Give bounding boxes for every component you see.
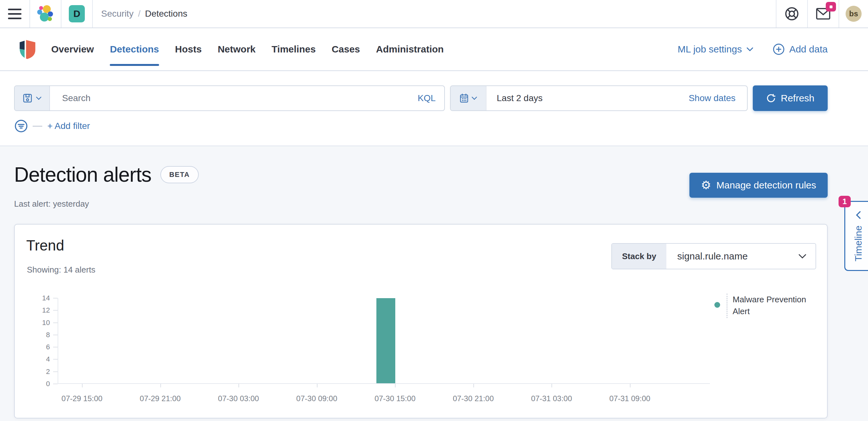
x-tick-label: 07-29 21:00 (140, 394, 181, 403)
breadcrumb-separator: / (138, 9, 141, 19)
x-tick-label: 07-29 15:00 (61, 394, 102, 403)
refresh-button[interactable]: Refresh (753, 86, 828, 111)
x-tick-label: 07-30 03:00 (218, 394, 259, 403)
x-tick-label: 07-31 09:00 (610, 394, 650, 403)
notification-badge (826, 2, 836, 11)
y-tick: 4 (28, 355, 58, 363)
manage-detection-rules-button[interactable]: ⚙ Manage detection rules (689, 173, 828, 198)
tab-timelines[interactable]: Timelines (272, 28, 316, 70)
filter-icon[interactable] (14, 119, 28, 133)
saved-query-button[interactable] (15, 86, 50, 110)
space-selector[interactable]: D (61, 0, 92, 28)
add-filter-button[interactable]: + Add filter (48, 121, 90, 131)
refresh-icon (766, 93, 776, 103)
newsfeed-button[interactable] (808, 0, 839, 28)
timeline-flyout-tab[interactable]: Timeline (844, 201, 868, 271)
help-button[interactable] (776, 0, 807, 28)
tab-network[interactable]: Network (218, 28, 255, 70)
y-tick: 12 (28, 306, 58, 315)
trend-panel: Trend Showing: 14 alerts Stack by signal… (14, 224, 828, 418)
chevron-down-icon (471, 96, 477, 100)
security-app-logo (18, 39, 36, 60)
tab-administration[interactable]: Administration (376, 28, 444, 70)
stack-by-select[interactable]: signal.rule.name (666, 244, 815, 269)
space-badge: D (69, 5, 85, 22)
tab-overview[interactable]: Overview (51, 28, 94, 70)
date-quick-select-button[interactable] (451, 86, 487, 110)
legend-item[interactable]: Malware Prevention Alert (714, 294, 816, 318)
legend-swatch (714, 302, 720, 308)
ml-job-settings-button[interactable]: ML job settings (678, 44, 753, 55)
x-tick-mark (552, 384, 552, 387)
x-axis: 07-29 15:0007-29 21:0007-30 03:0007-30 0… (58, 384, 710, 410)
security-detections-page: D Security / Detections (0, 0, 868, 421)
search-bar-group: KQL (14, 86, 445, 111)
stack-by-control: Stack by signal.rule.name (611, 243, 816, 269)
y-tick: 8 (28, 331, 58, 339)
nav-tabs: Overview Detections Hosts Network Timeli… (51, 28, 443, 70)
x-tick-mark (82, 384, 83, 387)
x-tick-mark (630, 384, 630, 387)
legend-label: Malware Prevention Alert (733, 294, 816, 317)
x-tick-label: 07-30 15:00 (374, 394, 415, 403)
x-tick-label: 07-31 03:00 (531, 394, 572, 403)
breadcrumb-security[interactable]: Security (101, 9, 133, 19)
legend-drag-handle (726, 294, 727, 318)
tab-cases[interactable]: Cases (332, 28, 360, 70)
filter-divider (33, 126, 42, 127)
add-data-button[interactable]: Add data (773, 43, 828, 55)
chevron-down-icon (746, 47, 753, 52)
divider (839, 0, 839, 28)
beta-badge: BETA (160, 166, 199, 183)
chevron-down-icon (798, 254, 807, 259)
security-app-nav: Overview Detections Hosts Network Timeli… (0, 28, 868, 71)
security-shield-icon (18, 39, 36, 60)
x-tick-mark (473, 384, 474, 387)
chevron-down-icon (36, 96, 41, 100)
chevron-expand-icon (856, 210, 861, 219)
y-tick: 6 (28, 343, 58, 351)
top-bar-right: bs (776, 0, 868, 28)
x-tick-mark (160, 384, 161, 387)
y-tick: 2 (28, 367, 58, 376)
show-dates-button[interactable]: Show dates (689, 86, 747, 110)
plot-area (58, 298, 710, 383)
elastic-logo[interactable] (30, 0, 61, 28)
filter-row: + Add filter (14, 119, 90, 133)
gear-icon: ⚙ (701, 180, 711, 191)
tab-detections[interactable]: Detections (110, 28, 159, 70)
elastic-logo-icon (36, 4, 55, 23)
search-input[interactable] (50, 86, 409, 110)
tab-hosts[interactable]: Hosts (175, 28, 202, 70)
y-axis-labels: 14121086420 (28, 298, 58, 384)
stack-by-value: signal.rule.name (677, 251, 798, 262)
save-icon (22, 93, 33, 103)
timeline-badge: 1 (839, 196, 851, 207)
last-alert-text: Last alert: yesterday (14, 199, 89, 209)
date-picker: Last 2 days Show dates (450, 86, 748, 111)
timeline-flyout-inner: Timeline (853, 210, 864, 261)
trend-bar[interactable] (376, 298, 395, 383)
nav-right-controls: ML job settings Add data (678, 43, 828, 55)
query-bar: KQL Last 2 days Show dates (14, 86, 828, 111)
y-tick: 10 (28, 319, 58, 327)
x-tick-mark (239, 384, 239, 387)
calendar-icon (459, 93, 469, 103)
alert-count-text: Showing: 14 alerts (27, 265, 95, 275)
page-title: Detection alerts (14, 163, 151, 187)
x-tick-mark (395, 384, 396, 387)
help-icon (784, 6, 799, 21)
top-chrome-bar: D Security / Detections (0, 0, 868, 28)
date-range-value[interactable]: Last 2 days (487, 86, 689, 110)
trend-title: Trend (26, 237, 64, 254)
menu-icon[interactable] (0, 0, 29, 28)
query-language-button[interactable]: KQL (409, 86, 444, 110)
stack-by-label: Stack by (612, 244, 666, 269)
y-tick: 0 (28, 380, 58, 388)
x-tick-label: 07-30 09:00 (297, 394, 337, 403)
breadcrumb: Security / Detections (93, 9, 187, 19)
x-tick-label: 07-30 21:00 (453, 394, 494, 403)
user-avatar[interactable]: bs (846, 6, 862, 22)
breadcrumb-detections: Detections (145, 9, 187, 19)
timeline-flyout-label: Timeline (853, 225, 864, 261)
